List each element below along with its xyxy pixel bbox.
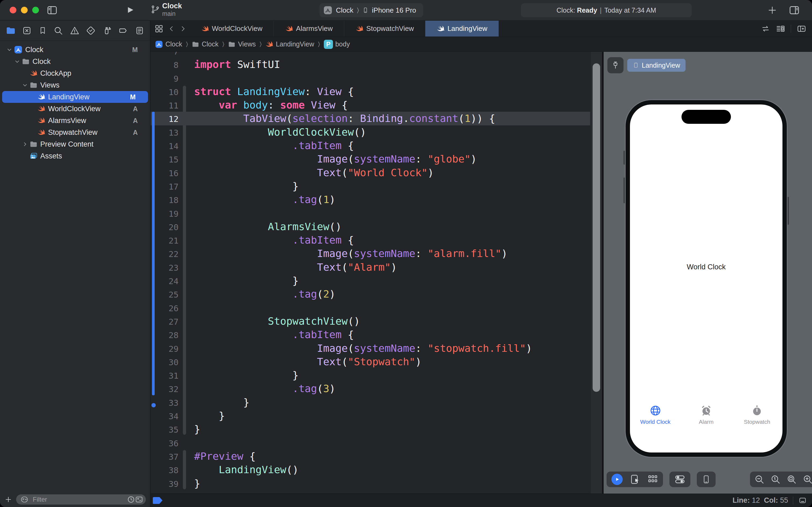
pin-preview-button[interactable] [607,57,624,73]
disclosure-chevron[interactable] [21,142,28,147]
variants-grid-icon[interactable] [647,474,658,485]
bookmarks-icon[interactable] [39,26,47,36]
breadcrumb-clock[interactable]: Clock [192,40,219,48]
code-line-9[interactable]: 9 [151,71,590,85]
code-line-37[interactable]: 37#Preview { [151,450,590,463]
code-line-22[interactable]: 22 Image(systemName: "alarm.fill") [151,247,590,260]
tree-item-preview-content[interactable]: Preview Content [0,138,150,150]
disclosure-chevron[interactable] [21,82,28,88]
code-line-15[interactable]: 15 Image(systemName: "globe") [151,152,590,166]
code-line-13[interactable]: 13 WorldClockView() [151,125,590,139]
library-plus-icon[interactable] [767,5,777,15]
editor-tab-alarmsview[interactable]: AlarmsView [274,21,344,37]
breakpoints-icon[interactable] [118,26,129,36]
tree-item-clockapp[interactable]: ClockApp [0,67,150,79]
code-line-29[interactable]: 29 Image(systemName: "stopwatch.fill") [151,342,590,355]
breakpoint-indicator[interactable] [153,497,163,504]
scheme-target[interactable]: Clock [336,6,353,14]
code-line-35[interactable]: 35} [151,422,590,436]
code-line-7[interactable]: 7 [151,52,590,58]
preview-target-chip[interactable]: LandingView [627,59,686,72]
minimize-window-button[interactable] [21,7,27,13]
code-line-19[interactable]: 19 [151,207,590,220]
tree-item-clock[interactable]: Clock [0,56,150,67]
selectable-preview-icon[interactable] [630,474,640,485]
debug-icon[interactable] [102,26,112,36]
phone-tab-stopwatch[interactable]: Stopwatch [732,405,782,437]
live-preview-play-icon[interactable] [612,474,623,485]
run-button-icon[interactable] [126,5,135,14]
breadcrumb-landingview[interactable]: LandingView [265,40,314,48]
code-line-26[interactable]: 26 [151,301,590,315]
editor-tab-landingview[interactable]: LandingView [425,21,499,37]
tree-item-assets[interactable]: Assets [0,150,150,162]
close-window-button[interactable] [10,7,16,13]
code-line-31[interactable]: 31 } [151,369,590,382]
code-line-23[interactable]: 23 Text("Alarm") [151,261,590,274]
editor-options-icon[interactable] [776,24,786,33]
code-line-36[interactable]: 36 [151,436,590,450]
source-control-change-dot[interactable] [152,403,156,407]
code-line-18[interactable]: 18 .tag(1) [151,193,590,206]
zoom-window-button[interactable] [32,7,39,13]
phone-tab-alarm[interactable]: Alarm [681,405,732,437]
device-settings-button[interactable] [670,471,690,487]
tree-item-worldclockview[interactable]: WorldClockViewA [0,103,150,115]
iphone-screen[interactable]: World Clock World ClockAlarmStopwatch [630,105,782,452]
code-line-21[interactable]: 21 .tabItem { [151,233,590,247]
code-line-16[interactable]: 16 Text("World Clock") [151,166,590,179]
disclosure-chevron[interactable] [14,59,21,64]
code-line-30[interactable]: 30 Text("Stopwatch") [151,355,590,369]
filter-input[interactable]: Filter [16,494,146,505]
project-navigator-icon[interactable] [6,26,15,36]
recent-files-clock-icon[interactable] [127,496,135,504]
zoom-out-icon[interactable] [754,474,764,485]
add-file-plus-icon[interactable] [4,496,12,504]
code-line-25[interactable]: 25 .tag(2) [151,287,590,301]
breadcrumb-body[interactable]: Pbody [324,40,350,49]
code-line-17[interactable]: 17 } [151,179,590,193]
find-icon[interactable] [53,26,63,36]
code-line-14[interactable]: 14 .tabItem { [151,139,590,152]
editor-tab-worldclockview[interactable]: WorldClockView [190,21,274,37]
source-editor[interactable]: 78import SwiftUI910struct LandingView: V… [151,52,602,494]
source-control-change-bar[interactable] [152,112,155,395]
code-line-38[interactable]: 38 LandingView() [151,463,590,476]
reports-icon[interactable] [135,26,144,36]
code-line-24[interactable]: 24 } [151,274,590,287]
tree-item-views[interactable]: Views [0,79,150,91]
tree-item-stopwatchview[interactable]: StopwatchViewA [0,126,150,138]
breadcrumb-views[interactable]: Views [228,40,255,48]
zoom-100-icon[interactable] [770,474,780,485]
zoom-fit-icon[interactable] [787,474,797,485]
filter-options-icon[interactable] [19,496,30,503]
code-line-32[interactable]: 32 .tag(3) [151,382,590,395]
show-changes-icon[interactable] [135,496,143,504]
scheme-selector[interactable]: Clock 〉 iPhone 16 Pro [320,3,423,17]
source-changes-icon[interactable] [22,26,32,36]
code-line-20[interactable]: 20 AlarmsView() [151,220,590,233]
code-line-34[interactable]: 34 } [151,409,590,422]
code-line-12[interactable]: 12 TabView(selection: Binding.constant(1… [151,112,590,125]
disclosure-chevron[interactable] [6,47,13,52]
toggle-navigator-icon[interactable] [46,5,58,15]
code-line-11[interactable]: 11 var body: some View { [151,98,590,112]
add-editor-icon[interactable] [797,24,807,33]
editor-scrollbar-thumb[interactable] [593,63,600,392]
code-line-33[interactable]: 33 } [151,396,590,409]
zoom-in-icon[interactable] [803,474,812,485]
code-line-8[interactable]: 8import SwiftUI [151,58,590,71]
preview-device-button[interactable] [697,471,715,487]
editor-tab-stopwatchview[interactable]: StopwatchView [344,21,425,37]
code-line-10[interactable]: 10struct LandingView: View { [151,85,590,98]
phone-tab-world-clock[interactable]: World Clock [630,405,681,437]
code-review-icon[interactable] [761,24,770,33]
breadcrumb-clock[interactable]: Clock [155,40,182,48]
tree-item-clock[interactable]: ClockM [0,44,150,56]
go-back-icon[interactable] [168,25,175,33]
tests-icon[interactable] [86,26,96,36]
editor-scrollbar-track[interactable] [590,52,602,494]
code-line-27[interactable]: 27 StopwatchView() [151,315,590,328]
code-line-39[interactable]: 39} [151,477,590,490]
code-line-40[interactable]: 40 [151,490,590,494]
